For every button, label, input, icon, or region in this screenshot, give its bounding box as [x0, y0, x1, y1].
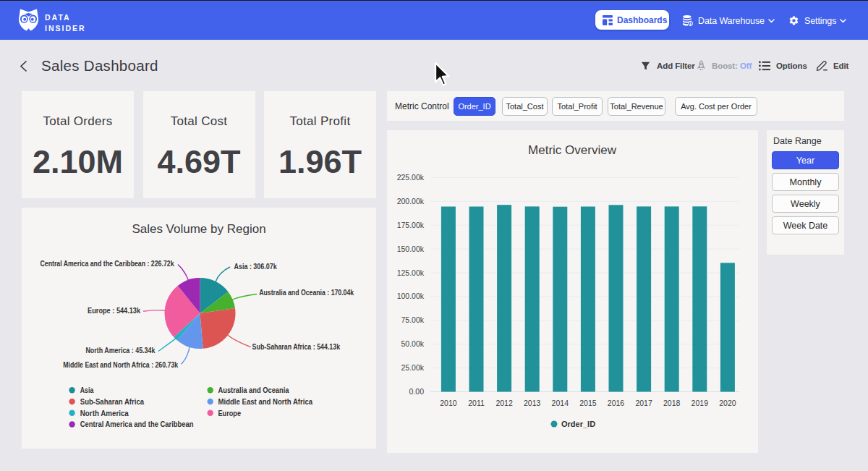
svg-text:2015: 2015: [579, 399, 597, 407]
svg-text:125.00k: 125.00k: [397, 268, 425, 277]
svg-text:Order_ID: Order_ID: [561, 420, 595, 428]
svg-text:50.00k: 50.00k: [401, 339, 424, 348]
svg-text:200.00k: 200.00k: [397, 197, 425, 205]
svg-text:Central America and the Caribb: Central America and the Caribbean: [80, 420, 194, 428]
svg-text:2016: 2016: [608, 399, 625, 407]
svg-text:North America: North America: [80, 409, 129, 417]
svg-text:2011: 2011: [468, 399, 485, 407]
svg-text:North America : 45.34k: North America : 45.34k: [85, 346, 155, 355]
svg-text:225.00k: 225.00k: [397, 173, 425, 182]
svg-text:2010: 2010: [440, 399, 457, 407]
svg-text:2017: 2017: [635, 399, 652, 407]
svg-text:25.00k: 25.00k: [401, 363, 424, 372]
svg-text:Metric Overview: Metric Overview: [528, 143, 617, 157]
svg-text:Sales Volume by Region: Sales Volume by Region: [132, 222, 265, 236]
svg-text:Central America and the Caribb: Central America and the Caribbean : 226.…: [41, 259, 174, 268]
svg-text:Middle East and North Africa :: Middle East and North Africa : 260.73k: [63, 360, 178, 369]
svg-text:2020: 2020: [719, 399, 736, 407]
svg-text:75.00k: 75.00k: [401, 315, 424, 324]
svg-text:Australia and Oceania : 170.04: Australia and Oceania : 170.04k: [259, 288, 354, 297]
svg-text:Europe : 544.13k: Europe : 544.13k: [88, 306, 140, 315]
svg-text:2018: 2018: [663, 399, 681, 407]
svg-text:Sub-Saharan Africa: Sub-Saharan Africa: [80, 397, 144, 406]
svg-text:Sub-Saharan Africa : 544.13k: Sub-Saharan Africa : 544.13k: [252, 342, 341, 351]
svg-text:2012: 2012: [495, 399, 513, 407]
svg-text:Europe: Europe: [218, 409, 242, 417]
svg-text:175.00k: 175.00k: [397, 221, 425, 229]
svg-text:0.00: 0.00: [409, 387, 425, 396]
svg-text:Middle East and North Africa: Middle East and North Africa: [218, 397, 313, 406]
svg-text:100.00k: 100.00k: [397, 292, 425, 300]
svg-text:2013: 2013: [524, 399, 541, 407]
svg-text:2014: 2014: [552, 399, 569, 407]
svg-text:Australia and Oceania: Australia and Oceania: [218, 386, 289, 394]
svg-text:Asia : 306.07k: Asia : 306.07k: [234, 262, 277, 271]
svg-text:150.00k: 150.00k: [397, 245, 425, 253]
svg-text:2019: 2019: [692, 399, 709, 407]
svg-text:Asia: Asia: [80, 386, 94, 394]
